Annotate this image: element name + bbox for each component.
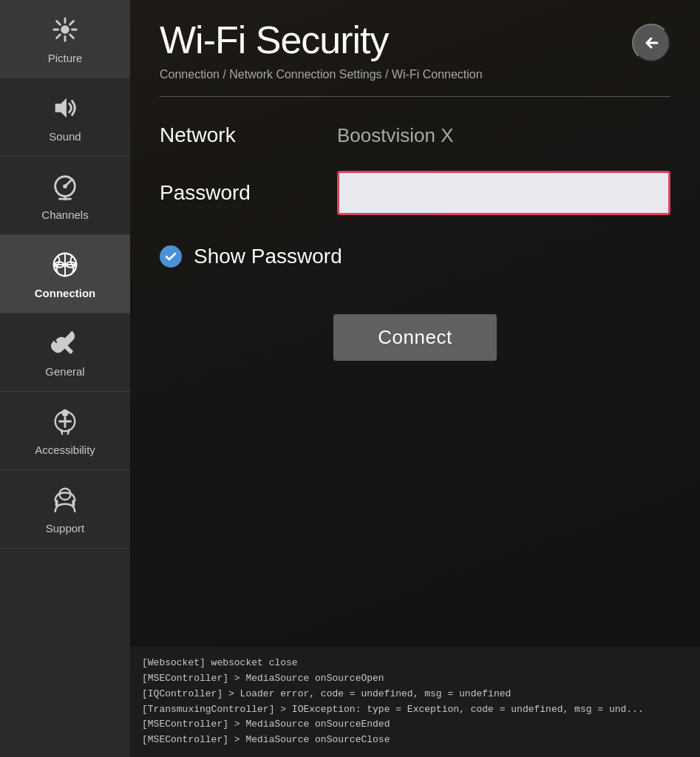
support-icon [49, 483, 81, 516]
page-title: Wi-Fi Security [160, 18, 389, 62]
sidebar-item-support[interactable]: Support [0, 470, 130, 549]
show-password-checkbox[interactable] [160, 245, 182, 268]
sidebar-item-accessibility[interactable]: Accessibility [0, 392, 130, 470]
network-row: Network Boostvision X [160, 123, 670, 147]
header-divider [160, 96, 670, 97]
svg-point-12 [63, 184, 67, 189]
svg-line-6 [70, 35, 74, 38]
sidebar-item-picture-label: Picture [48, 52, 83, 64]
show-password-label: Show Password [194, 245, 342, 268]
sidebar-item-general[interactable]: General [0, 313, 130, 392]
sidebar-item-general-label: General [45, 365, 84, 378]
debug-line-4: [TransmuxingController] > IOException: t… [142, 702, 688, 718]
sidebar-item-accessibility-label: Accessibility [35, 444, 95, 456]
sidebar: Picture Sound Channels [0, 0, 130, 757]
password-input-wrapper [337, 171, 670, 215]
breadcrumb: Connection / Network Connection Settings… [160, 68, 670, 81]
sidebar-item-picture[interactable]: Picture [0, 0, 130, 78]
back-arrow-icon [641, 33, 662, 53]
svg-point-25 [59, 489, 70, 500]
debug-line-3: [IQController] > Loader error, code = un… [142, 687, 688, 702]
sidebar-item-sound-label: Sound [49, 130, 81, 143]
debug-line-2: [MSEController] > MediaSource onSourceOp… [142, 671, 688, 687]
sidebar-item-channels-label: Channels [41, 208, 88, 221]
password-row: Password [160, 171, 670, 215]
password-input[interactable] [337, 171, 670, 215]
svg-marker-9 [55, 98, 67, 118]
checkmark-icon [164, 250, 177, 263]
debug-console: [Websocket] websocket close [MSEControll… [130, 647, 700, 757]
header-row: Wi-Fi Security [160, 18, 670, 62]
content-area: Wi-Fi Security Connection / Network Conn… [130, 0, 700, 757]
debug-line-1: [Websocket] websocket close [142, 656, 688, 671]
sidebar-item-channels[interactable]: Channels [0, 157, 130, 235]
svg-point-19 [61, 410, 69, 417]
debug-line-5: [MSEController] > MediaSource onSourceEn… [142, 717, 688, 733]
general-icon [49, 327, 81, 359]
back-button[interactable] [632, 24, 670, 62]
sidebar-item-connection[interactable]: Connection [0, 235, 130, 313]
channels-icon [49, 170, 81, 203]
svg-line-7 [70, 21, 74, 25]
sidebar-item-support-label: Support [46, 522, 85, 534]
sound-icon [49, 92, 81, 124]
picture-icon [49, 13, 81, 46]
connect-button[interactable]: Connect [333, 314, 496, 361]
svg-line-8 [57, 35, 61, 38]
debug-line-6: [MSEController] > MediaSource onSourceCl… [142, 733, 688, 748]
svg-line-5 [57, 21, 61, 25]
network-label: Network [160, 123, 322, 147]
accessibility-icon [49, 405, 81, 438]
svg-point-0 [61, 25, 69, 33]
main-content: Wi-Fi Security Connection / Network Conn… [130, 0, 700, 757]
sidebar-item-connection-label: Connection [35, 287, 96, 299]
show-password-row: Show Password [160, 245, 670, 268]
wifi-form: Network Boostvision X Password Show Pass… [160, 123, 670, 361]
svg-rect-18 [64, 344, 73, 354]
network-value: Boostvision X [337, 124, 454, 147]
sidebar-item-sound[interactable]: Sound [0, 78, 130, 157]
password-label: Password [160, 181, 322, 205]
connection-icon [49, 248, 81, 281]
